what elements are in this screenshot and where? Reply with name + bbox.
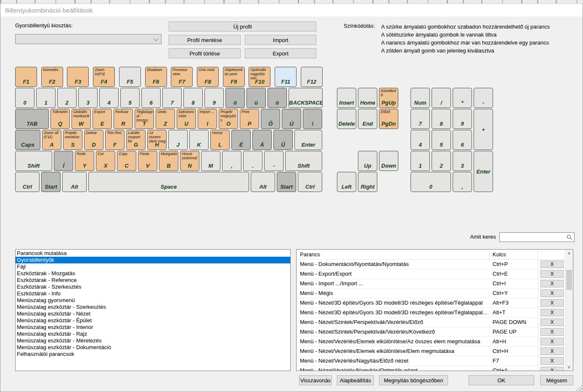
- key-x[interactable]: CutX: [96, 151, 115, 171]
- profile-dropdown[interactable]: [15, 34, 162, 44]
- key-6[interactable]: 6: [141, 88, 161, 108]
- key-,[interactable]: ,: [222, 151, 241, 171]
- table-scrollbar[interactable]: ∧ ∨: [565, 250, 573, 371]
- remove-shortcut-button[interactable]: X: [541, 299, 564, 307]
- key-f8[interactable]: Orto módF8: [197, 67, 219, 87]
- key-space[interactable]: Space: [88, 172, 249, 192]
- key-3[interactable]: 3: [78, 88, 98, 108]
- category-listbox[interactable]: Parancsok mutatásaGyorsbillentyűkFájlEsz…: [15, 249, 291, 371]
- key-tab[interactable]: TAB: [15, 109, 49, 129]
- key-*[interactable]: *: [453, 88, 472, 108]
- key-i[interactable]: Import ...I: [198, 109, 217, 129]
- key-0[interactable]: 0: [15, 88, 34, 108]
- key-2[interactable]: 2: [432, 151, 451, 171]
- key-start[interactable]: Start: [277, 172, 296, 192]
- key-v[interactable]: PasteV: [138, 151, 157, 171]
- key-w[interactable]: Globális munkasíkW: [72, 109, 91, 129]
- scrollbar-thumb[interactable]: [566, 270, 572, 290]
- key-left[interactable]: Left: [337, 172, 356, 192]
- scrollbar-down-icon[interactable]: ∨: [565, 363, 573, 371]
- remove-shortcut-button[interactable]: X: [541, 270, 564, 278]
- resize-grip[interactable]: [576, 385, 582, 391]
- key-5[interactable]: 5: [120, 88, 140, 108]
- key-down[interactable]: Down: [379, 151, 398, 171]
- key-8[interactable]: 8: [432, 109, 451, 129]
- key-4[interactable]: 4: [411, 130, 430, 150]
- category-item[interactable]: Menüszalag eszköztár - Méretezés: [16, 337, 290, 344]
- key-ü[interactable]: ü: [246, 88, 266, 108]
- category-item[interactable]: Menüszalag eszköztár - Interior: [16, 324, 290, 331]
- new-profile-button[interactable]: Új profil: [169, 21, 316, 32]
- key-o[interactable]: Projekt megnyitásO: [219, 109, 238, 129]
- key-á[interactable]: Á: [252, 130, 272, 150]
- key-c[interactable]: CopyC: [117, 151, 136, 171]
- key-ctrl[interactable]: Ctrl: [298, 172, 322, 192]
- key-f6[interactable]: ShadowsF6: [145, 67, 167, 87]
- key-pgdn[interactable]: ElőzőPgDn: [379, 109, 398, 129]
- key-h[interactable]: Az összes elem megH: [147, 130, 167, 150]
- key-num[interactable]: Num: [411, 88, 430, 108]
- ok-button[interactable]: OK: [469, 375, 534, 385]
- key-f[interactable]: Trim firstF: [105, 130, 125, 150]
- category-item[interactable]: Menüszalag eszköztár - Szerkesztés: [16, 304, 290, 310]
- key-end[interactable]: End: [358, 109, 377, 129]
- delete-profile-button[interactable]: Profil törlése: [169, 48, 241, 58]
- export-button[interactable]: Export: [245, 48, 316, 58]
- key-start[interactable]: Start: [41, 172, 61, 192]
- key-,[interactable]: ,: [453, 172, 472, 192]
- key-caps[interactable]: Caps: [15, 130, 40, 150]
- key-up[interactable]: Up: [358, 151, 377, 171]
- key-7[interactable]: 7: [162, 88, 182, 108]
- key-r[interactable]: RedrawR: [114, 109, 133, 129]
- import-button[interactable]: Import: [245, 35, 316, 45]
- defaults-button[interactable]: Alapbeállítás: [337, 375, 374, 385]
- key-9[interactable]: 9: [204, 88, 224, 108]
- category-item[interactable]: Eszköztárak - Reference: [16, 277, 290, 284]
- category-item[interactable]: Menüszalag eszköztár - Nézet: [16, 310, 290, 317]
- column-header-command[interactable]: Parancs: [297, 250, 490, 259]
- remove-shortcut-button[interactable]: X: [541, 280, 564, 287]
- key-ctrl[interactable]: Ctrl: [15, 172, 40, 192]
- category-item[interactable]: Fájl: [16, 263, 290, 270]
- key-ó[interactable]: ó: [268, 88, 287, 108]
- remove-shortcut-button[interactable]: X: [541, 367, 564, 371]
- key-y[interactable]: RedoY: [75, 151, 94, 171]
- key-shift[interactable]: Shift: [15, 151, 52, 171]
- key-f1[interactable]: F1: [15, 67, 37, 87]
- search-input[interactable]: [501, 233, 566, 241]
- key-l[interactable]: HosszL: [210, 130, 230, 150]
- category-item[interactable]: Menüszalag eszköztár - Dokumentáció: [16, 344, 290, 351]
- key-d[interactable]: DeleteD: [84, 130, 103, 150]
- key-f12[interactable]: F12: [301, 67, 323, 87]
- key-t[interactable]: Téglalappal - összesT: [135, 109, 154, 129]
- key-1[interactable]: 1: [411, 151, 430, 171]
- key-\[interactable]: \: [303, 109, 322, 129]
- key-f7[interactable]: Previous viewF7: [171, 67, 193, 87]
- key-enter[interactable]: Enter: [474, 151, 493, 192]
- key-.[interactable]: .: [243, 151, 262, 171]
- remove-shortcut-button[interactable]: X: [541, 347, 564, 355]
- key-shift[interactable]: Shift: [285, 151, 322, 171]
- key-s[interactable]: Projekt mentéseS: [63, 130, 82, 150]
- key-m[interactable]: M: [201, 151, 220, 171]
- remove-shortcut-button[interactable]: X: [541, 289, 564, 297]
- key-5[interactable]: 5: [432, 130, 451, 150]
- remove-shortcut-button[interactable]: X: [541, 309, 564, 316]
- key-f4[interactable]: Zoom In(F4)F4: [93, 67, 115, 87]
- key-enter[interactable]: Enter: [294, 130, 322, 150]
- key-alt[interactable]: Alt: [251, 172, 275, 192]
- key-4[interactable]: 4: [99, 88, 119, 108]
- category-item[interactable]: Eszköztárak - Info: [16, 290, 290, 297]
- key-2[interactable]: 2: [57, 88, 77, 108]
- key-f3[interactable]: F3: [67, 67, 89, 87]
- key-0[interactable]: 0: [411, 172, 451, 192]
- key-f10[interactable]: Optimális nagyítás minF10: [249, 67, 270, 87]
- key-1[interactable]: 1: [36, 88, 56, 108]
- key-f5[interactable]: F5: [119, 67, 141, 87]
- save-profile-button[interactable]: Profil mentése: [169, 35, 241, 45]
- key-backspace[interactable]: BACKSPACE: [289, 88, 323, 108]
- category-item[interactable]: Felhasználói parancsok: [16, 351, 290, 358]
- key-q[interactable]: TükrözésQ: [50, 109, 70, 129]
- undo-button[interactable]: Visszavonás: [299, 375, 332, 385]
- key-+[interactable]: +: [474, 109, 493, 150]
